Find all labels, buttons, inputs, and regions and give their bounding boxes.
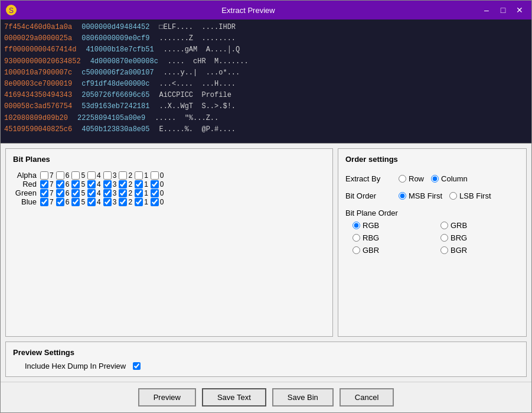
bpo-radio-rbg[interactable] bbox=[353, 234, 360, 242]
preview-line: 9300000000206348524d0000870e00008c.... c… bbox=[4, 56, 528, 67]
bit-checkbox-red-6[interactable] bbox=[56, 180, 64, 188]
bit-checkbox-alpha-6[interactable] bbox=[56, 171, 64, 180]
bit-item-blue-4[interactable]: 4 bbox=[87, 198, 101, 206]
lsb-first-option[interactable]: LSB First bbox=[449, 191, 491, 200]
msb-first-radio[interactable] bbox=[399, 192, 406, 200]
bit-item-alpha-1[interactable]: 1 bbox=[135, 171, 148, 180]
bit-checkbox-red-5[interactable] bbox=[71, 180, 80, 188]
bit-item-red-0[interactable]: 0 bbox=[151, 180, 164, 188]
addr-col: 930000000020634852 bbox=[4, 56, 81, 67]
msb-first-option[interactable]: MSB First bbox=[399, 191, 442, 200]
bpo-radio-gbr[interactable] bbox=[353, 246, 360, 254]
bpo-radio-bgr[interactable] bbox=[440, 246, 448, 254]
bit-checkbox-green-7[interactable] bbox=[40, 189, 48, 197]
include-hex-dump-checkbox[interactable] bbox=[133, 362, 141, 370]
extract-by-column-option[interactable]: Column bbox=[431, 174, 468, 183]
bit-item-green-5[interactable]: 5 bbox=[71, 189, 85, 197]
bit-checkbox-green-4[interactable] bbox=[87, 189, 96, 197]
bit-checkbox-green-0[interactable] bbox=[151, 189, 159, 197]
hex-col: 4050b123830a8e05 bbox=[81, 124, 149, 135]
bpo-radio-rgb[interactable] bbox=[353, 222, 360, 229]
preview-line: 8e00003ce7000019cf91df48de00000c...<....… bbox=[4, 79, 528, 90]
bit-item-red-5[interactable]: 5 bbox=[71, 180, 85, 188]
minimize-button[interactable]: – bbox=[479, 4, 494, 16]
bit-item-blue-5[interactable]: 5 bbox=[71, 198, 85, 206]
bit-item-red-6[interactable]: 6 bbox=[56, 180, 70, 188]
bit-checkbox-blue-0[interactable] bbox=[151, 198, 159, 206]
bit-checkbox-green-3[interactable] bbox=[103, 189, 112, 197]
bit-item-red-3[interactable]: 3 bbox=[103, 180, 117, 188]
bit-checkbox-blue-7[interactable] bbox=[40, 198, 48, 206]
bit-item-green-4[interactable]: 4 bbox=[87, 189, 101, 197]
bit-num-red-3: 3 bbox=[113, 180, 117, 188]
bit-item-green-1[interactable]: 1 bbox=[135, 189, 148, 197]
bit-item-green-7[interactable]: 7 bbox=[40, 189, 54, 197]
bit-checkbox-red-3[interactable] bbox=[103, 180, 112, 188]
lsb-first-radio[interactable] bbox=[449, 192, 457, 200]
bit-checkbox-green-2[interactable] bbox=[119, 189, 127, 197]
bpo-option-rbg[interactable]: RBG bbox=[353, 233, 431, 242]
bpo-option-brg[interactable]: BRG bbox=[440, 233, 519, 242]
bit-checkbox-alpha-1[interactable] bbox=[135, 171, 143, 180]
extract-by-row-radio[interactable] bbox=[399, 175, 406, 183]
cancel-button[interactable]: Cancel bbox=[340, 388, 394, 407]
bit-item-alpha-5[interactable]: 5 bbox=[71, 171, 85, 180]
bit-checkbox-green-1[interactable] bbox=[135, 189, 143, 197]
bit-checkbox-blue-5[interactable] bbox=[71, 198, 80, 206]
close-button[interactable]: ✕ bbox=[513, 4, 527, 16]
bit-checkbox-blue-6[interactable] bbox=[56, 198, 64, 206]
bit-item-alpha-2[interactable]: 2 bbox=[119, 171, 132, 180]
bit-checkbox-alpha-7[interactable] bbox=[40, 171, 48, 180]
bit-checkbox-alpha-2[interactable] bbox=[119, 171, 127, 180]
bit-item-alpha-6[interactable]: 6 bbox=[56, 171, 70, 180]
bit-checkbox-green-6[interactable] bbox=[56, 189, 64, 197]
bit-item-green-0[interactable]: 0 bbox=[151, 189, 164, 197]
bit-checkbox-green-5[interactable] bbox=[71, 189, 80, 197]
bit-item-blue-2[interactable]: 2 bbox=[119, 198, 132, 206]
bit-item-green-6[interactable]: 6 bbox=[56, 189, 70, 197]
bpo-option-grb[interactable]: GRB bbox=[440, 221, 519, 230]
bpo-option-gbr[interactable]: GBR bbox=[353, 246, 431, 255]
bit-item-alpha-7[interactable]: 7 bbox=[40, 171, 54, 180]
bit-checkbox-alpha-3[interactable] bbox=[103, 171, 112, 180]
bpo-option-bgr[interactable]: BGR bbox=[440, 246, 519, 255]
bit-checkbox-alpha-5[interactable] bbox=[71, 171, 80, 180]
bit-checkbox-red-0[interactable] bbox=[151, 180, 159, 188]
bit-item-blue-7[interactable]: 7 bbox=[40, 198, 54, 206]
bpo-radio-grb[interactable] bbox=[440, 222, 448, 229]
bit-plane-order-title: Bit Plane Order bbox=[345, 209, 519, 217]
bit-item-blue-6[interactable]: 6 bbox=[56, 198, 70, 206]
bit-checkbox-red-4[interactable] bbox=[87, 180, 96, 188]
bit-item-blue-3[interactable]: 3 bbox=[103, 198, 117, 206]
bit-checkbox-alpha-4[interactable] bbox=[87, 171, 96, 180]
bit-item-alpha-3[interactable]: 3 bbox=[103, 171, 117, 180]
bit-checkbox-blue-3[interactable] bbox=[103, 198, 112, 206]
bit-item-blue-1[interactable]: 1 bbox=[135, 198, 148, 206]
bit-checkbox-red-2[interactable] bbox=[119, 180, 127, 188]
preview-button[interactable]: Preview bbox=[138, 388, 196, 407]
extract-by-row-option[interactable]: Row bbox=[399, 174, 424, 183]
bit-checkbox-red-1[interactable] bbox=[135, 180, 143, 188]
bit-item-red-1[interactable]: 1 bbox=[135, 180, 148, 188]
bit-item-red-2[interactable]: 2 bbox=[119, 180, 132, 188]
bpo-option-rgb[interactable]: RGB bbox=[353, 221, 431, 230]
bit-checkbox-blue-1[interactable] bbox=[135, 198, 143, 206]
bit-item-red-4[interactable]: 4 bbox=[87, 180, 101, 188]
bpo-radio-brg[interactable] bbox=[440, 234, 448, 242]
bit-checkbox-red-7[interactable] bbox=[40, 180, 48, 188]
bit-item-green-2[interactable]: 2 bbox=[119, 189, 132, 197]
bit-checkbox-alpha-0[interactable] bbox=[151, 171, 159, 180]
extract-by-column-radio[interactable] bbox=[431, 175, 439, 183]
bit-item-alpha-0[interactable]: 0 bbox=[151, 171, 164, 180]
save-bin-button[interactable]: Save Bin bbox=[272, 388, 334, 407]
lsb-first-label: LSB First bbox=[459, 191, 491, 200]
bit-checkbox-blue-2[interactable] bbox=[119, 198, 127, 206]
maximize-button[interactable]: □ bbox=[496, 4, 510, 16]
bit-checkbox-blue-4[interactable] bbox=[87, 198, 96, 206]
save-text-button[interactable]: Save Text bbox=[202, 388, 266, 407]
bit-item-red-7[interactable]: 7 bbox=[40, 180, 54, 188]
bit-item-blue-0[interactable]: 0 bbox=[151, 198, 164, 206]
bit-item-green-3[interactable]: 3 bbox=[103, 189, 117, 197]
bit-item-alpha-4[interactable]: 4 bbox=[87, 171, 101, 180]
include-hex-dump-label[interactable]: Include Hex Dump In Preview bbox=[25, 362, 141, 370]
